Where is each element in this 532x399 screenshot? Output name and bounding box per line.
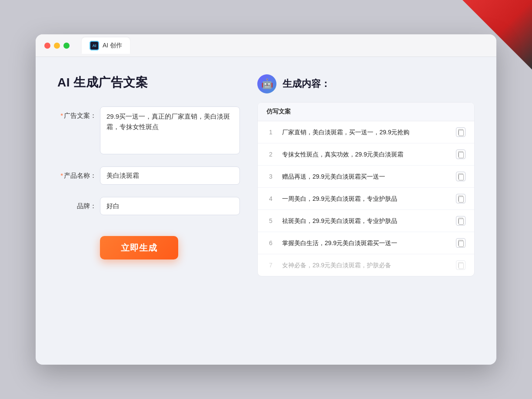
ai-tab-label: AI 创作: [103, 42, 122, 50]
row-text-4: 一周美白，29.9元美白淡斑霜，专业护肤品: [282, 194, 449, 203]
result-title: 生成内容：: [283, 77, 330, 90]
copy-button-6[interactable]: [456, 238, 466, 248]
result-row-5: 5 祛斑美白，29.9元美白淡斑霜，专业护肤品: [258, 210, 474, 232]
minimize-button[interactable]: [54, 43, 60, 49]
brand-label: 品牌：: [57, 197, 96, 210]
maximize-button[interactable]: [63, 43, 70, 49]
copy-button-7[interactable]: [456, 260, 466, 270]
copy-button-4[interactable]: [456, 194, 466, 203]
row-text-3: 赠品再送，29.9元美白淡斑霜买一送一: [282, 172, 449, 181]
close-button[interactable]: [44, 43, 50, 49]
copy-button-5[interactable]: [456, 216, 466, 226]
product-name-input[interactable]: [100, 166, 240, 185]
copy-button-1[interactable]: [456, 127, 466, 137]
title-bar: AI 创作: [36, 34, 496, 57]
main-content: AI 生成广告文案 *广告文案： 29.9买一送一，真正的厂家直销，美白淡斑霜，…: [36, 57, 496, 365]
row-text-5: 祛斑美白，29.9元美白淡斑霜，专业护肤品: [282, 216, 449, 226]
row-number-3: 3: [266, 173, 275, 180]
generate-button[interactable]: 立即生成: [100, 236, 178, 259]
right-panel: 生成内容： 仿写文案 1 厂家直销，美白淡斑霜，买一送一，29.9元抢购 2 专…: [257, 74, 475, 347]
result-table-header: 仿写文案: [258, 103, 474, 121]
ad-copy-input[interactable]: 29.9买一送一，真正的厂家直销，美白淡斑霜，专抹女性斑点: [100, 106, 240, 154]
copy-button-2[interactable]: [456, 150, 466, 159]
product-name-label: *产品名称：: [57, 166, 96, 180]
browser-window: AI 创作 AI 生成广告文案 *广告文案： 29.9买一送一，真正的厂家直销，…: [36, 34, 496, 365]
row-text-6: 掌握美白生活，29.9元美白淡斑霜买一送一: [282, 239, 449, 248]
result-row-1: 1 厂家直销，美白淡斑霜，买一送一，29.9元抢购: [258, 121, 474, 143]
ai-tab[interactable]: AI 创作: [82, 37, 130, 54]
ad-copy-required-star: *: [60, 112, 63, 119]
result-row-2: 2 专抹女性斑点，真实功效，29.9元美白淡斑霜: [258, 143, 474, 166]
row-text-2: 专抹女性斑点，真实功效，29.9元美白淡斑霜: [282, 150, 449, 159]
row-number-2: 2: [266, 151, 275, 158]
result-table: 仿写文案 1 厂家直销，美白淡斑霜，买一送一，29.9元抢购 2 专抹女性斑点，…: [257, 102, 475, 276]
result-header: 生成内容：: [257, 74, 475, 93]
row-number-7: 7: [266, 262, 275, 269]
ad-copy-label: *广告文案：: [57, 106, 96, 120]
brand-input[interactable]: [100, 197, 240, 215]
row-text-7: 女神必备，29.9元美白淡斑霜，护肤必备: [282, 261, 449, 270]
ai-tab-hex-border: [90, 41, 99, 50]
product-name-group: *产品名称：: [57, 166, 240, 185]
row-number-1: 1: [266, 129, 275, 136]
row-text-1: 厂家直销，美白淡斑霜，买一送一，29.9元抢购: [282, 128, 449, 137]
row-number-6: 6: [266, 239, 275, 246]
copy-button-3[interactable]: [456, 172, 466, 181]
result-row-3: 3 赠品再送，29.9元美白淡斑霜买一送一: [258, 166, 474, 188]
product-required-star: *: [60, 172, 63, 179]
row-number-5: 5: [266, 217, 275, 224]
left-panel: AI 生成广告文案 *广告文案： 29.9买一送一，真正的厂家直销，美白淡斑霜，…: [57, 74, 240, 347]
result-row-6: 6 掌握美白生活，29.9元美白淡斑霜买一送一: [258, 232, 474, 254]
traffic-lights: [44, 43, 70, 49]
result-row-4: 4 一周美白，29.9元美白淡斑霜，专业护肤品: [258, 188, 474, 210]
page-title: AI 生成广告文案: [57, 74, 240, 91]
row-number-4: 4: [266, 195, 275, 202]
result-row-7: 7 女神必备，29.9元美白淡斑霜，护肤必备: [258, 254, 474, 276]
brand-group: 品牌：: [57, 197, 240, 215]
robot-icon: [257, 74, 276, 93]
ad-copy-group: *广告文案： 29.9买一送一，真正的厂家直销，美白淡斑霜，专抹女性斑点: [57, 106, 240, 154]
ai-tab-icon: [90, 41, 99, 50]
